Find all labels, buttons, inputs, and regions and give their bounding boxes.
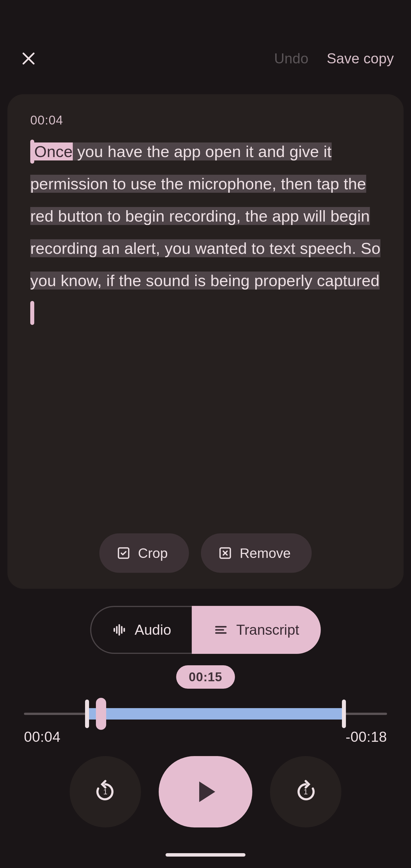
current-word-highlight: Once [34, 143, 73, 160]
transcript-card: 00:04 Once you have the app open it and … [7, 94, 404, 589]
gesture-bar[interactable] [165, 853, 246, 857]
remove-button[interactable]: Remove [201, 533, 312, 573]
tab-transcript[interactable]: Transcript [192, 606, 321, 654]
transcript-text[interactable]: Once you have the app open it and give i… [30, 135, 381, 329]
segment-timestamp: 00:04 [30, 113, 381, 127]
trim-handle-right[interactable] [342, 700, 346, 728]
forward-1s-button[interactable]: 1 [270, 756, 341, 828]
crop-icon [116, 545, 131, 561]
svg-text:1: 1 [304, 787, 308, 796]
transcript-icon [214, 622, 228, 637]
tab-transcript-label: Transcript [236, 622, 299, 638]
play-button[interactable] [159, 756, 252, 828]
transcript-selection: Once you have the app open it and give i… [30, 143, 380, 289]
view-mode-toggle: Audio Transcript [90, 606, 321, 654]
elapsed-time: 00:04 [24, 728, 61, 745]
selection-duration-bubble: 00:15 [176, 665, 235, 689]
remove-icon [218, 545, 233, 561]
tab-audio[interactable]: Audio [90, 606, 192, 654]
remove-label: Remove [240, 545, 291, 561]
waveform-icon [112, 622, 127, 637]
svg-text:1: 1 [103, 787, 107, 796]
trim-handle-left[interactable] [85, 700, 89, 728]
top-bar: Undo Save copy [0, 40, 411, 77]
remaining-time: -00:18 [346, 728, 387, 745]
save-copy-button[interactable]: Save copy [327, 50, 394, 67]
crop-button[interactable]: Crop [99, 533, 189, 573]
transcript-body: you have the app open it and give it per… [30, 143, 380, 289]
rewind-1s-button[interactable]: 1 [70, 756, 141, 828]
undo-button[interactable]: Undo [274, 50, 308, 67]
playback-controls: 1 1 [0, 756, 411, 828]
crop-label: Crop [138, 545, 168, 561]
recorder-edit-screen: Undo Save copy 00:04 Once you have the a… [0, 0, 411, 868]
selection-start-handle[interactable] [30, 140, 34, 164]
selection-end-handle[interactable] [30, 301, 34, 325]
replay-icon: 1 [92, 779, 118, 805]
timeline[interactable] [24, 700, 387, 729]
play-icon [199, 781, 215, 802]
edit-actions: Crop Remove [7, 533, 404, 573]
close-button[interactable] [17, 47, 40, 70]
tab-audio-label: Audio [135, 622, 171, 638]
playhead[interactable] [96, 698, 106, 730]
forward-icon: 1 [293, 779, 319, 805]
time-labels: 00:04 -00:18 [24, 728, 387, 745]
timeline-selection [87, 708, 344, 719]
close-icon [21, 51, 36, 66]
